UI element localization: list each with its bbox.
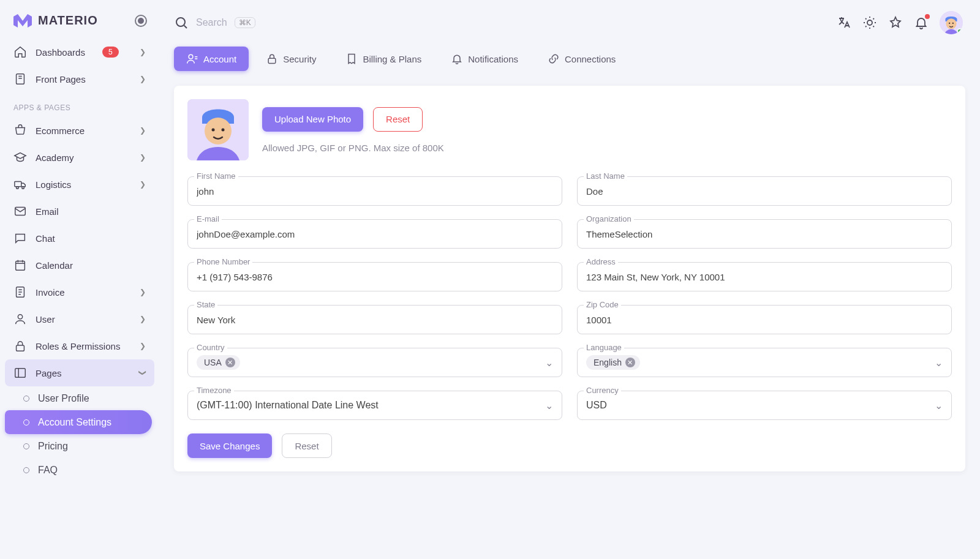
phone-input[interactable]: [197, 272, 553, 282]
country-select[interactable]: Country USA✕ ⌄: [187, 348, 562, 377]
sidebar-item-chat[interactable]: Chat: [5, 225, 154, 252]
timezone-select[interactable]: Timezone (GMT-11:00) International Date …: [187, 391, 562, 420]
subnav-pricing[interactable]: Pricing: [5, 434, 152, 458]
chevron-right-icon: ❯: [140, 75, 146, 83]
svg-point-2: [17, 187, 19, 189]
sidebar-item-pages[interactable]: Pages ❯: [5, 359, 154, 386]
user-icon: [13, 312, 27, 326]
sidebar-item-dashboards[interactable]: Dashboards 5 ❯: [5, 39, 154, 66]
upload-hint: Allowed JPG, GIF or PNG. Max size of 800…: [262, 143, 444, 153]
language-chip[interactable]: English✕: [586, 355, 640, 370]
svg-point-14: [949, 23, 950, 24]
user-avatar[interactable]: [940, 11, 963, 34]
home-icon: [13, 45, 27, 59]
save-changes-button[interactable]: Save Changes: [187, 433, 272, 458]
tab-notifications[interactable]: Notifications: [439, 47, 530, 71]
last-name-input[interactable]: [586, 186, 943, 197]
svg-point-20: [212, 129, 215, 132]
chevron-down-icon: ⌄: [545, 400, 553, 411]
chevron-right-icon: ❯: [140, 288, 146, 296]
chevron-right-icon: ❯: [140, 153, 146, 162]
bullet-icon: [23, 396, 29, 402]
svg-point-11: [867, 20, 872, 25]
graduation-icon: [13, 151, 27, 164]
chevron-right-icon: ❯: [140, 48, 146, 56]
svg-rect-0: [17, 74, 24, 84]
subnav-faq[interactable]: FAQ: [5, 458, 152, 482]
svg-point-19: [205, 118, 232, 144]
layout-icon: [13, 366, 27, 380]
settings-tabs: Account Security Billing & Plans Notific…: [174, 47, 965, 71]
invoice-icon: [13, 285, 27, 299]
phone-field[interactable]: Phone Number: [187, 262, 562, 291]
country-chip[interactable]: USA✕: [197, 355, 240, 370]
svg-point-16: [189, 54, 193, 59]
sidebar-item-email[interactable]: Email: [5, 198, 154, 225]
subnav-account-settings[interactable]: Account Settings: [5, 410, 152, 434]
sidebar-item-user[interactable]: User ❯: [5, 306, 154, 332]
form-actions: Save Changes Reset: [187, 433, 952, 458]
tab-account[interactable]: Account: [174, 47, 249, 71]
first-name-field[interactable]: First Name: [187, 176, 562, 206]
truck-icon: [13, 178, 27, 191]
calendar-icon: [13, 258, 27, 272]
topbar: Search ⌘K: [174, 10, 965, 36]
state-input[interactable]: [197, 315, 553, 325]
account-settings-card: Upload New Photo Reset Allowed JPG, GIF …: [174, 86, 965, 471]
cart-icon: [13, 124, 27, 137]
email-field[interactable]: E-mail: [187, 219, 562, 249]
first-name-input[interactable]: [197, 186, 553, 197]
zip-input[interactable]: [586, 315, 943, 325]
state-field[interactable]: State: [187, 305, 562, 334]
logo-icon: [13, 14, 32, 28]
email-input[interactable]: [197, 229, 553, 239]
tab-connections[interactable]: Connections: [535, 47, 628, 71]
chevron-right-icon: ❯: [140, 342, 146, 350]
chevron-down-icon: ⌄: [545, 357, 553, 369]
chevron-right-icon: ❯: [140, 180, 146, 189]
bullet-icon: [23, 443, 29, 449]
sidebar: MATERIO Dashboards 5 ❯ Front Pages ❯ APP…: [0, 0, 159, 559]
sidebar-item-logistics[interactable]: Logistics ❯: [5, 171, 154, 198]
bell-icon[interactable]: [914, 15, 929, 30]
theme-icon[interactable]: [862, 15, 877, 30]
address-input[interactable]: [586, 272, 943, 282]
zip-field[interactable]: Zip Code: [577, 305, 952, 334]
bullet-icon: [23, 467, 29, 473]
chip-remove-icon[interactable]: ✕: [625, 358, 635, 367]
chevron-down-icon: ⌄: [935, 400, 943, 411]
last-name-field[interactable]: Last Name: [577, 176, 952, 206]
sidebar-item-roles[interactable]: Roles & Permissions ❯: [5, 332, 154, 359]
organization-field[interactable]: Organization: [577, 219, 952, 249]
photo-upload-row: Upload New Photo Reset Allowed JPG, GIF …: [187, 99, 952, 160]
sidebar-item-invoice[interactable]: Invoice ❯: [5, 279, 154, 306]
search[interactable]: Search ⌘K: [174, 15, 837, 30]
tab-security[interactable]: Security: [254, 47, 328, 71]
svg-point-21: [222, 129, 225, 132]
sidebar-item-calendar[interactable]: Calendar: [5, 252, 154, 279]
mail-icon: [13, 204, 27, 218]
subnav-user-profile[interactable]: User Profile: [5, 386, 152, 410]
sidebar-toggle-icon[interactable]: [135, 15, 147, 27]
address-field[interactable]: Address: [577, 262, 952, 291]
sidebar-item-academy[interactable]: Academy ❯: [5, 144, 154, 171]
svg-point-15: [952, 23, 954, 24]
tab-billing[interactable]: Billing & Plans: [333, 47, 434, 71]
language-select[interactable]: Language English✕ ⌄: [577, 348, 952, 377]
sidebar-item-ecommerce[interactable]: Ecommerce ❯: [5, 117, 154, 144]
bullet-icon: [23, 419, 29, 426]
section-apps-pages: APPS & PAGES: [5, 92, 154, 117]
reset-photo-button[interactable]: Reset: [373, 107, 423, 132]
svg-rect-8: [17, 345, 24, 351]
lock-icon: [13, 339, 27, 353]
organization-input[interactable]: [586, 229, 943, 239]
upload-photo-button[interactable]: Upload New Photo: [262, 107, 363, 132]
svg-rect-1: [15, 181, 21, 186]
reset-form-button[interactable]: Reset: [282, 433, 331, 458]
currency-select[interactable]: Currency USD ⌄: [577, 391, 952, 420]
chip-remove-icon[interactable]: ✕: [225, 358, 235, 367]
star-icon[interactable]: [888, 15, 903, 30]
file-icon: [13, 72, 27, 86]
language-icon[interactable]: [837, 15, 851, 30]
sidebar-item-front-pages[interactable]: Front Pages ❯: [5, 66, 154, 92]
